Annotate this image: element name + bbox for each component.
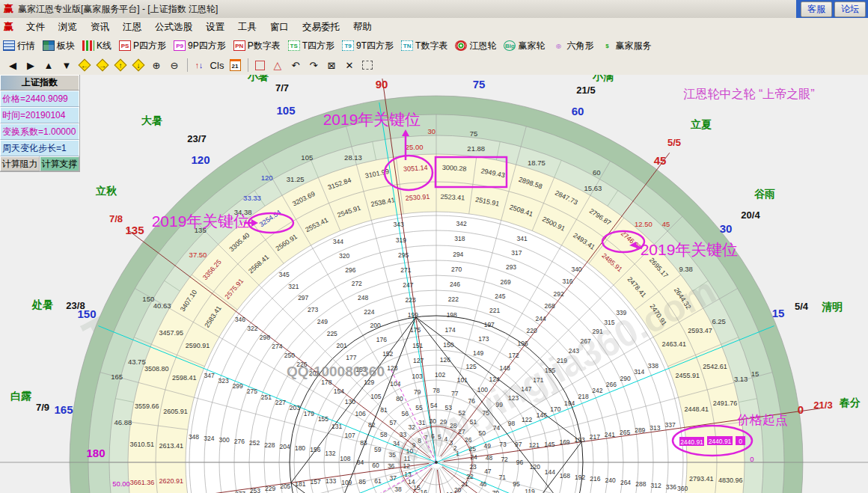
svg-text:57: 57: [389, 419, 397, 426]
svg-text:103: 103: [412, 373, 422, 380]
svg-text:295: 295: [398, 251, 409, 259]
forward-button[interactable]: ▶: [22, 58, 39, 73]
menu-item-2[interactable]: 浏览: [52, 19, 84, 35]
toolbar-9p-square-button[interactable]: P99P四方形: [174, 40, 226, 52]
calc-support-button[interactable]: 计算支撑: [40, 156, 79, 171]
fit-box-icon: ⊠: [328, 60, 336, 71]
menu-item-8[interactable]: 窗口: [263, 19, 296, 35]
svg-text:274: 274: [272, 343, 282, 350]
customer-service-button[interactable]: 客服: [801, 1, 832, 17]
svg-text:277: 277: [235, 490, 245, 493]
draw-square-icon: [255, 61, 265, 70]
toolbar-hexagon-button[interactable]: ◎六角形: [552, 40, 593, 52]
menu-item-10[interactable]: 帮助: [346, 19, 379, 35]
svg-text:130: 130: [345, 398, 355, 405]
pan-right-button[interactable]: →: [94, 58, 111, 73]
back-button[interactable]: ◀: [4, 58, 21, 73]
svg-text:3559.66: 3559.66: [135, 402, 159, 410]
toolbar-sectors-button[interactable]: 板块: [43, 40, 75, 52]
svg-text:204: 204: [280, 443, 290, 450]
svg-text:73: 73: [499, 441, 507, 448]
svg-text:90: 90: [376, 78, 388, 91]
cls-button[interactable]: Cls: [209, 58, 225, 73]
up-button[interactable]: ▲: [40, 58, 57, 73]
svg-text:102: 102: [435, 371, 445, 379]
forum-button[interactable]: 论坛: [834, 1, 866, 17]
rotate-ccw-button[interactable]: ↶: [287, 58, 304, 73]
toolbar-9t-square-button[interactable]: T99T四方形: [342, 40, 394, 52]
draw-triangle-button[interactable]: △: [269, 58, 286, 73]
menu-item-4[interactable]: 江恩: [116, 19, 148, 35]
svg-text:119: 119: [525, 488, 535, 493]
svg-text:176: 176: [376, 336, 387, 343]
svg-text:83: 83: [360, 439, 367, 447]
menu-item-1[interactable]: 文件: [19, 19, 52, 35]
svg-text:28.13: 28.13: [344, 153, 362, 162]
toolbar-p-number-button[interactable]: PNP数字表: [233, 40, 281, 52]
svg-text:121: 121: [529, 441, 540, 449]
svg-text:56: 56: [402, 410, 409, 417]
shrink-button[interactable]: ✕: [341, 58, 358, 73]
calc-resistance-button[interactable]: 计算阻力: [0, 156, 40, 171]
toolbar-t-number-button[interactable]: TNT数字表: [401, 40, 447, 52]
toolbar-t-square-button[interactable]: TST四方形: [288, 40, 334, 52]
select-region-button[interactable]: [359, 58, 376, 73]
svg-text:2448.41: 2448.41: [685, 405, 709, 413]
toolbar-label: 六角形: [566, 40, 593, 52]
gann-wheel-chart[interactable]: 赢家财富网12345678910111213141516171819202122…: [0, 75, 868, 493]
svg-text:3457.95: 3457.95: [159, 329, 184, 337]
svg-text:144: 144: [545, 468, 555, 476]
svg-text:299: 299: [233, 382, 243, 390]
zoom-out-button[interactable]: ⊖: [166, 58, 183, 73]
svg-text:104: 104: [390, 380, 400, 388]
svg-text:3000.28: 3000.28: [442, 164, 467, 173]
window-title: 赢家江恩专业版[赢家服务平台] - [上证指数 江恩轮]: [18, 3, 218, 16]
rotate-cw-button[interactable]: ↷: [305, 58, 322, 73]
zoom-in-button[interactable]: ⊕: [148, 58, 165, 73]
toolbar-gann-wheel-button[interactable]: 江恩轮: [455, 40, 496, 52]
svg-text:37: 37: [390, 474, 397, 482]
updown-arrows-button[interactable]: ↑↓: [191, 58, 207, 73]
menu-item-3[interactable]: 资讯: [84, 19, 116, 35]
toolbar-winner-wheel-button[interactable]: Big赢家轮: [504, 40, 545, 52]
menu-item-9[interactable]: 交易委托: [296, 19, 346, 35]
p-square-icon: PS: [119, 40, 131, 51]
menu-item-7[interactable]: 工具: [231, 19, 263, 35]
svg-text:177: 177: [346, 354, 356, 361]
svg-text:323: 323: [218, 377, 229, 385]
svg-text:347: 347: [204, 372, 215, 379]
svg-text:150: 150: [443, 341, 453, 349]
draw-square-button[interactable]: [251, 58, 268, 73]
svg-text:201: 201: [337, 342, 347, 349]
svg-text:131: 131: [331, 423, 342, 430]
down-button[interactable]: ▼: [58, 58, 75, 73]
calendar-button[interactable]: 21: [227, 58, 243, 73]
fit-box-button[interactable]: ⊠: [323, 58, 340, 73]
svg-text:60: 60: [572, 105, 584, 117]
t-square-icon: TS: [288, 40, 300, 51]
svg-text:342: 342: [456, 220, 466, 227]
menu-item-5[interactable]: 公式选股: [148, 19, 199, 35]
svg-text:15: 15: [751, 370, 760, 378]
toolbar-kline-button[interactable]: K线: [82, 40, 111, 52]
menu-item-6[interactable]: 设置: [199, 19, 231, 35]
hexagon-icon: ◎: [552, 40, 564, 51]
toolbar-quotes-button[interactable]: 行情: [3, 40, 35, 52]
svg-text:96: 96: [516, 459, 524, 466]
pan-up-button[interactable]: ↑: [112, 58, 129, 73]
svg-text:290: 290: [620, 375, 631, 382]
svg-text:343: 343: [394, 221, 404, 228]
svg-text:75: 75: [470, 129, 478, 138]
svg-text:72: 72: [501, 456, 508, 463]
svg-text:172: 172: [508, 352, 519, 359]
svg-text:7/8: 7/8: [109, 213, 123, 224]
panel-row-2: 时间=20190104: [0, 107, 79, 123]
svg-text:2613.41: 2613.41: [159, 442, 183, 450]
pan-left-button[interactable]: ←: [76, 58, 93, 73]
svg-text:272: 272: [352, 280, 362, 287]
pan-down-button[interactable]: ↓: [130, 58, 147, 73]
toolbar-winner-service-button[interactable]: $赢家服务: [601, 40, 651, 52]
svg-text:198: 198: [447, 311, 457, 319]
toolbar-p-square-button[interactable]: PSP四方形: [119, 40, 166, 52]
svg-text:168: 168: [560, 472, 570, 480]
